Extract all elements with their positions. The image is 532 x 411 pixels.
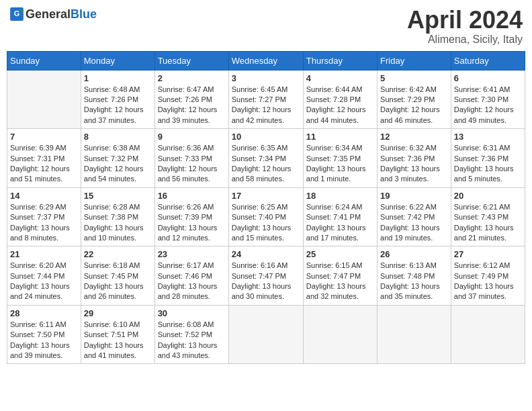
calendar-cell: 7Sunrise: 6:39 AMSunset: 7:31 PMDaylight… (7, 129, 81, 188)
day-number: 17 (232, 191, 300, 201)
day-number: 28 (10, 308, 78, 318)
logo: G General Blue (9, 7, 97, 21)
calendar-cell (7, 70, 81, 129)
logo-blue-text: Blue (71, 7, 97, 21)
calendar-cell: 2Sunrise: 6:47 AMSunset: 7:26 PMDaylight… (154, 70, 228, 129)
calendar-cell: 27Sunrise: 6:12 AMSunset: 7:49 PMDayligh… (451, 246, 525, 306)
calendar-cell: 11Sunrise: 6:34 AMSunset: 7:35 PMDayligh… (303, 129, 377, 188)
day-number: 18 (306, 191, 374, 201)
day-info: Sunrise: 6:17 AMSunset: 7:46 PMDaylight:… (158, 261, 226, 302)
calendar-cell: 28Sunrise: 6:11 AMSunset: 7:50 PMDayligh… (7, 305, 81, 364)
day-info: Sunrise: 6:26 AMSunset: 7:39 PMDaylight:… (158, 202, 226, 244)
calendar-cell: 13Sunrise: 6:31 AMSunset: 7:36 PMDayligh… (451, 129, 525, 188)
day-number: 25 (306, 249, 374, 259)
logo-icon: G (9, 7, 24, 21)
day-info: Sunrise: 6:32 AMSunset: 7:36 PMDaylight:… (380, 143, 448, 185)
day-number: 9 (158, 132, 226, 142)
calendar-cell: 8Sunrise: 6:38 AMSunset: 7:32 PMDaylight… (81, 129, 154, 188)
day-number: 13 (454, 132, 522, 142)
day-number: 22 (84, 249, 152, 259)
header: G General Blue April 2024 Alimena, Sicil… (7, 7, 525, 46)
day-number: 15 (84, 191, 152, 201)
day-info: Sunrise: 6:08 AMSunset: 7:52 PMDaylight:… (158, 320, 226, 361)
calendar-cell: 10Sunrise: 6:35 AMSunset: 7:34 PMDayligh… (228, 129, 303, 188)
day-info: Sunrise: 6:16 AMSunset: 7:47 PMDaylight:… (232, 261, 300, 302)
day-info: Sunrise: 6:15 AMSunset: 7:47 PMDaylight:… (306, 261, 374, 302)
day-number: 11 (306, 132, 374, 142)
day-number: 16 (158, 191, 226, 201)
day-number: 3 (232, 73, 300, 83)
day-info: Sunrise: 6:34 AMSunset: 7:35 PMDaylight:… (306, 143, 374, 185)
header-day-wednesday: Wednesday (228, 51, 303, 70)
day-info: Sunrise: 6:25 AMSunset: 7:40 PMDaylight:… (232, 202, 300, 244)
calendar-cell (451, 305, 525, 364)
day-info: Sunrise: 6:31 AMSunset: 7:36 PMDaylight:… (454, 143, 522, 185)
day-info: Sunrise: 6:22 AMSunset: 7:42 PMDaylight:… (380, 202, 448, 244)
calendar-cell (303, 305, 377, 364)
calendar-cell: 26Sunrise: 6:13 AMSunset: 7:48 PMDayligh… (378, 246, 451, 306)
day-info: Sunrise: 6:39 AMSunset: 7:31 PMDaylight:… (10, 143, 78, 185)
calendar-cell: 29Sunrise: 6:10 AMSunset: 7:51 PMDayligh… (81, 305, 154, 364)
calendar-week-row: 28Sunrise: 6:11 AMSunset: 7:50 PMDayligh… (7, 305, 525, 364)
calendar-cell: 19Sunrise: 6:22 AMSunset: 7:42 PMDayligh… (378, 187, 451, 246)
day-number: 26 (380, 249, 448, 259)
day-number: 5 (380, 73, 448, 83)
day-info: Sunrise: 6:24 AMSunset: 7:41 PMDaylight:… (306, 202, 374, 244)
calendar-week-row: 14Sunrise: 6:29 AMSunset: 7:37 PMDayligh… (7, 187, 525, 246)
header-day-friday: Friday (378, 51, 451, 70)
calendar-cell: 15Sunrise: 6:28 AMSunset: 7:38 PMDayligh… (81, 187, 154, 246)
day-number: 29 (84, 308, 152, 318)
calendar-cell: 23Sunrise: 6:17 AMSunset: 7:46 PMDayligh… (154, 246, 228, 306)
day-number: 4 (306, 73, 374, 83)
day-number: 27 (454, 249, 522, 259)
calendar-cell: 16Sunrise: 6:26 AMSunset: 7:39 PMDayligh… (154, 187, 228, 246)
day-info: Sunrise: 6:21 AMSunset: 7:43 PMDaylight:… (454, 202, 522, 244)
day-info: Sunrise: 6:18 AMSunset: 7:45 PMDaylight:… (84, 261, 152, 302)
calendar-header-row: SundayMondayTuesdayWednesdayThursdayFrid… (7, 51, 525, 70)
calendar-cell: 9Sunrise: 6:36 AMSunset: 7:33 PMDaylight… (154, 129, 228, 188)
location-subtitle: Alimena, Sicily, Italy (407, 34, 523, 46)
day-info: Sunrise: 6:28 AMSunset: 7:38 PMDaylight:… (84, 202, 152, 244)
day-info: Sunrise: 6:38 AMSunset: 7:32 PMDaylight:… (84, 143, 152, 185)
calendar-table: SundayMondayTuesdayWednesdayThursdayFrid… (7, 51, 525, 365)
day-info: Sunrise: 6:42 AMSunset: 7:29 PMDaylight:… (380, 85, 448, 126)
calendar-cell: 5Sunrise: 6:42 AMSunset: 7:29 PMDaylight… (378, 70, 451, 129)
day-info: Sunrise: 6:35 AMSunset: 7:34 PMDaylight:… (232, 143, 300, 185)
day-number: 10 (232, 132, 300, 142)
day-number: 6 (454, 73, 522, 83)
calendar-cell: 22Sunrise: 6:18 AMSunset: 7:45 PMDayligh… (81, 246, 154, 306)
day-number: 7 (10, 132, 78, 142)
day-number: 8 (84, 132, 152, 142)
calendar-week-row: 21Sunrise: 6:20 AMSunset: 7:44 PMDayligh… (7, 246, 525, 306)
day-info: Sunrise: 6:12 AMSunset: 7:49 PMDaylight:… (454, 261, 522, 302)
calendar-cell (378, 305, 451, 364)
day-number: 23 (158, 249, 226, 259)
day-info: Sunrise: 6:48 AMSunset: 7:26 PMDaylight:… (84, 85, 152, 126)
calendar-cell: 24Sunrise: 6:16 AMSunset: 7:47 PMDayligh… (228, 246, 303, 306)
day-number: 1 (84, 73, 152, 83)
header-day-monday: Monday (81, 51, 154, 70)
calendar-week-row: 1Sunrise: 6:48 AMSunset: 7:26 PMDaylight… (7, 70, 525, 129)
day-number: 2 (158, 73, 226, 83)
day-number: 21 (10, 249, 78, 259)
calendar-cell: 25Sunrise: 6:15 AMSunset: 7:47 PMDayligh… (303, 246, 377, 306)
month-year-title: April 2024 (407, 7, 523, 34)
day-info: Sunrise: 6:41 AMSunset: 7:30 PMDaylight:… (454, 85, 522, 126)
day-info: Sunrise: 6:36 AMSunset: 7:33 PMDaylight:… (158, 143, 226, 185)
calendar-cell: 14Sunrise: 6:29 AMSunset: 7:37 PMDayligh… (7, 187, 81, 246)
header-day-thursday: Thursday (303, 51, 377, 70)
day-info: Sunrise: 6:10 AMSunset: 7:51 PMDaylight:… (84, 320, 152, 361)
day-number: 24 (232, 249, 300, 259)
calendar-cell: 20Sunrise: 6:21 AMSunset: 7:43 PMDayligh… (451, 187, 525, 246)
calendar-cell: 12Sunrise: 6:32 AMSunset: 7:36 PMDayligh… (378, 129, 451, 188)
day-info: Sunrise: 6:47 AMSunset: 7:26 PMDaylight:… (158, 85, 226, 126)
day-number: 30 (158, 308, 226, 318)
day-info: Sunrise: 6:11 AMSunset: 7:50 PMDaylight:… (10, 320, 78, 361)
day-info: Sunrise: 6:44 AMSunset: 7:28 PMDaylight:… (306, 85, 374, 126)
day-info: Sunrise: 6:13 AMSunset: 7:48 PMDaylight:… (380, 261, 448, 302)
calendar-cell (228, 305, 303, 364)
day-number: 14 (10, 191, 78, 201)
day-number: 20 (454, 191, 522, 201)
day-number: 12 (380, 132, 448, 142)
calendar-cell: 17Sunrise: 6:25 AMSunset: 7:40 PMDayligh… (228, 187, 303, 246)
